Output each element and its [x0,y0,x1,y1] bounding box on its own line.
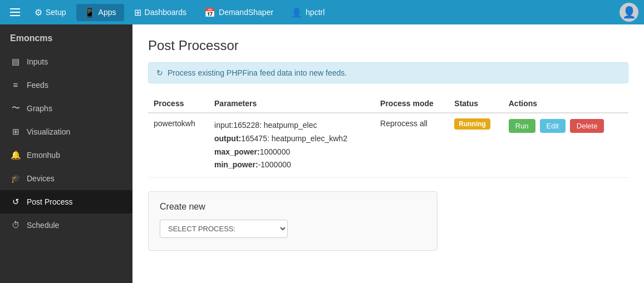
inputs-icon: ▤ [10,57,21,67]
sidebar-item-label: Devices [27,174,55,183]
setup-label: Setup [46,8,66,17]
param-max-val: 1000000 [260,147,291,156]
sidebar-item-label: Schedule [27,221,59,230]
page-title: Post Processor [148,38,628,53]
info-banner-text: Process existing PHPFina feed data into … [168,68,347,77]
sidebar-item-label: Inputs [27,57,48,66]
sidebar-item-label: Post Process [27,197,72,206]
process-name: powertokwh [148,113,209,178]
col-process: Process [148,95,209,113]
create-new-title: Create new [160,202,426,212]
setup-icon: ⚙ [35,7,42,18]
sidebar-item-schedule[interactable]: ⏱ Schedule [0,214,132,236]
info-banner: ↻ Process existing PHPFina feed data int… [148,62,628,83]
hpctrl-icon: 👤 [291,7,302,18]
delete-button[interactable]: Delete [570,119,604,133]
refresh-icon: ↻ [156,68,163,77]
sidebar-item-graphs[interactable]: 〜 Graphs [0,96,132,120]
process-table: Process Parameters Process mode Status A… [148,95,628,178]
sidebar-item-label: Graphs [27,104,52,113]
apps-label: Apps [99,8,116,17]
sidebar-item-inputs[interactable]: ▤ Inputs [0,50,132,73]
hpctrl-label: hpctrl [306,8,325,17]
run-button[interactable]: Run [509,119,535,133]
create-new-box: Create new SELECT PROCESS: [148,191,437,251]
devices-icon: 🎓 [10,173,21,183]
feeds-icon: ≡ [10,80,21,90]
edit-button[interactable]: Edit [540,119,566,133]
select-process-dropdown[interactable]: SELECT PROCESS: [160,220,288,238]
schedule-icon: ⏱ [10,220,21,230]
sidebar-item-label: Feeds [27,81,48,90]
hpctrl-nav-item[interactable]: 👤 hpctrl [283,4,332,21]
sidebar-item-label: Visualization [27,127,70,136]
demandshaper-icon: 📅 [204,7,215,18]
process-mode-cell: Reprocess all [375,113,449,178]
dashboards-nav-item[interactable]: ⊞ Dashboards [126,4,195,21]
apps-nav-item[interactable]: 📱 Apps [76,4,124,21]
graphs-icon: 〜 [10,103,21,113]
sidebar-item-visualization[interactable]: ⊞ Visualization [0,120,132,143]
sidebar-title: Emoncms [0,24,132,50]
param-min-val: -1000000 [258,160,291,169]
sidebar-item-emonhub[interactable]: 🔔 Emonhub [0,143,132,167]
dashboards-label: Dashboards [145,8,187,17]
table-header-row: Process Parameters Process mode Status A… [148,95,628,113]
visualization-icon: ⊞ [10,127,21,137]
sidebar: Emoncms ▤ Inputs ≡ Feeds 〜 Graphs ⊞ Visu… [0,24,132,283]
sidebar-item-post-process[interactable]: ↺ Post Process [0,190,132,214]
col-actions: Actions [503,95,628,113]
main-content: Post Processor ↻ Process existing PHPFin… [132,24,644,283]
status-cell: Running [449,113,503,178]
param-output-label: output: [214,134,241,143]
param-input: input:165228: heatpump_elec [214,121,317,130]
demandshaper-nav-item[interactable]: 📅 DemandShaper [196,4,281,21]
emonhub-icon: 🔔 [10,150,21,160]
top-navigation: ⚙ Setup 📱 Apps ⊞ Dashboards 📅 DemandShap… [0,0,644,24]
table-row: powertokwh input:165228: heatpump_elec o… [148,113,628,178]
col-status: Status [449,95,503,113]
dashboards-icon: ⊞ [134,7,141,18]
params-cell: input:165228: heatpump_elec output:16547… [209,113,375,178]
col-process-mode: Process mode [375,95,449,113]
sidebar-item-feeds[interactable]: ≡ Feeds [0,73,132,96]
user-avatar[interactable]: 👤 [620,3,638,22]
main-layout: Emoncms ▤ Inputs ≡ Feeds 〜 Graphs ⊞ Visu… [0,24,644,283]
hamburger-menu[interactable] [6,6,24,18]
sidebar-item-devices[interactable]: 🎓 Devices [0,167,132,190]
apps-icon: 📱 [84,7,95,18]
sidebar-item-label: Emonhub [27,151,60,160]
setup-nav-item[interactable]: ⚙ Setup [27,4,74,21]
param-output-val: 165475: heatpump_elec_kwh2 [241,134,347,143]
status-badge: Running [454,118,490,130]
param-min-label: min_power: [214,160,258,169]
post-process-icon: ↺ [10,197,21,207]
col-parameters: Parameters [209,95,375,113]
demandshaper-label: DemandShaper [219,8,273,17]
actions-cell: Run Edit Delete [503,113,628,178]
param-max-label: max_power: [214,147,260,156]
